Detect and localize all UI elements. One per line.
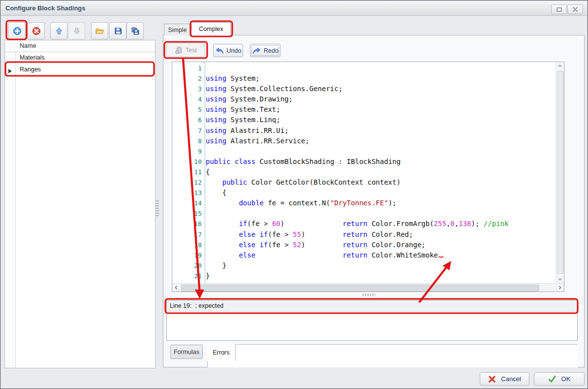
code-line-5: using System.Text;	[206, 104, 555, 115]
delete-icon	[32, 27, 41, 35]
line-number: 15	[172, 208, 202, 219]
tab-formulas[interactable]: Formulas	[170, 345, 203, 359]
undo-icon	[215, 47, 224, 54]
title-bar[interactable]: Configure Block Shadings	[1, 1, 587, 16]
name-column-header: Name	[20, 42, 36, 49]
scroll-down-button[interactable]	[556, 275, 564, 283]
bottom-tab-page	[207, 344, 578, 367]
line-number: 5	[172, 104, 202, 115]
selected-row-indicator-icon	[8, 67, 13, 72]
horizontal-scrollbar[interactable]	[172, 283, 564, 292]
undo-button[interactable]: Undo	[213, 44, 243, 57]
maximize-icon	[557, 7, 562, 12]
cancel-x-icon	[488, 375, 496, 383]
row-label: Ranges	[20, 66, 41, 73]
save-icon	[114, 27, 123, 35]
code-line-10: public class CustomBlockShading : IBlock…	[206, 157, 555, 167]
add-button[interactable]	[8, 22, 26, 39]
code-line-13: {	[206, 188, 555, 198]
code-line-20: }	[206, 260, 555, 271]
redo-button[interactable]: Redo	[250, 44, 280, 57]
move-up-icon	[55, 27, 63, 35]
add-icon	[13, 27, 22, 35]
test-icon	[174, 46, 183, 55]
delete-button[interactable]	[28, 22, 45, 39]
vertical-splitter[interactable]	[156, 200, 159, 216]
code-text[interactable]: using System;using System.Collections.Ge…	[206, 63, 555, 281]
line-number: 4	[172, 94, 202, 104]
line-number: 9	[172, 146, 202, 157]
ok-button[interactable]: OK	[534, 372, 585, 386]
move-up-button[interactable]	[50, 22, 67, 39]
code-line-21: }	[206, 271, 555, 281]
line-number: 2	[172, 73, 202, 84]
horizontal-scroll-thumb[interactable]	[181, 285, 539, 292]
line-number: 13	[172, 188, 202, 198]
tab-complex[interactable]: Complex	[191, 22, 231, 36]
line-number: 11	[172, 167, 202, 177]
line-number: 20	[172, 260, 202, 271]
dialog-title: Configure Block Shadings	[5, 4, 86, 12]
code-line-2: using System;	[206, 73, 555, 84]
save-button[interactable]	[109, 22, 126, 39]
line-number: 10	[172, 157, 202, 167]
vertical-scroll-thumb[interactable]	[557, 71, 564, 274]
line-number: 18	[172, 240, 202, 250]
chevron-right-icon	[557, 285, 562, 290]
chevron-down-icon	[557, 277, 562, 282]
vertical-scrollbar[interactable]	[556, 62, 564, 283]
list-header[interactable]: Name	[5, 40, 155, 52]
line-number: 8	[172, 136, 202, 146]
test-button[interactable]: Test	[166, 43, 205, 57]
save-all-button[interactable]	[126, 22, 144, 39]
shadings-list[interactable]: Name MaterialsRanges	[4, 40, 155, 368]
line-number: 3	[172, 84, 202, 94]
code-line-18: else if(fe > 52) return Color.Orange;	[206, 240, 555, 250]
tab-simple[interactable]: Simple	[164, 24, 191, 35]
close-button[interactable]	[567, 4, 583, 14]
line-number: 14	[172, 198, 202, 208]
scroll-up-button[interactable]	[556, 62, 564, 70]
close-icon	[573, 7, 578, 12]
redo-icon	[252, 47, 261, 54]
code-line-8: using Alastri.RR.Service;	[206, 136, 555, 146]
move-down-button[interactable]	[68, 22, 85, 39]
horizontal-splitter[interactable]	[363, 293, 375, 296]
line-number: 21	[172, 271, 202, 281]
list-row-materials[interactable]: Materials	[5, 52, 155, 64]
code-line-6: using System.Linq;	[206, 115, 555, 125]
open-icon	[95, 27, 104, 35]
line-number: 16	[172, 219, 202, 229]
chevron-up-icon	[557, 64, 562, 68]
chevron-left-icon	[174, 285, 179, 290]
code-line-1	[206, 63, 555, 73]
code-line-3: using System.Collections.Generic;	[206, 84, 555, 94]
line-number: 1	[172, 63, 202, 73]
line-number: 12	[172, 177, 202, 188]
line-number: 17	[172, 229, 202, 240]
move-down-icon	[72, 27, 81, 35]
line-number: 7	[172, 126, 202, 136]
line-number: 6	[172, 115, 202, 125]
code-line-15	[206, 208, 555, 219]
scroll-left-button[interactable]	[172, 284, 180, 292]
row-indicator-column	[5, 40, 16, 368]
maximize-button[interactable]	[551, 4, 567, 14]
error-row[interactable]: Line 19: ; expected	[167, 300, 577, 312]
code-line-9	[206, 146, 555, 157]
code-line-19: else return Color.WhiteSmoke	[206, 250, 555, 260]
code-line-16: if(fe > 60) return Color.FromArgb(255,0,…	[206, 219, 555, 229]
list-row-ranges[interactable]: Ranges	[5, 64, 155, 76]
scroll-right-button[interactable]	[556, 284, 564, 292]
error-list[interactable]: Line 19: ; expected	[166, 300, 578, 341]
line-number: 19	[172, 250, 202, 260]
open-button[interactable]	[91, 22, 108, 39]
tab-errors[interactable]: Errors	[207, 344, 236, 361]
error-squiggle-icon	[438, 256, 444, 259]
code-line-4: using System.Drawing;	[206, 94, 555, 104]
row-label: Materials	[20, 54, 45, 61]
cancel-button[interactable]: Cancel	[480, 372, 529, 386]
code-line-12: public Color GetColor(BlockContext conte…	[206, 177, 555, 188]
line-number-gutter: 123456789101112131415161718192021	[172, 62, 205, 292]
code-editor[interactable]: 123456789101112131415161718192021 using …	[172, 62, 564, 292]
